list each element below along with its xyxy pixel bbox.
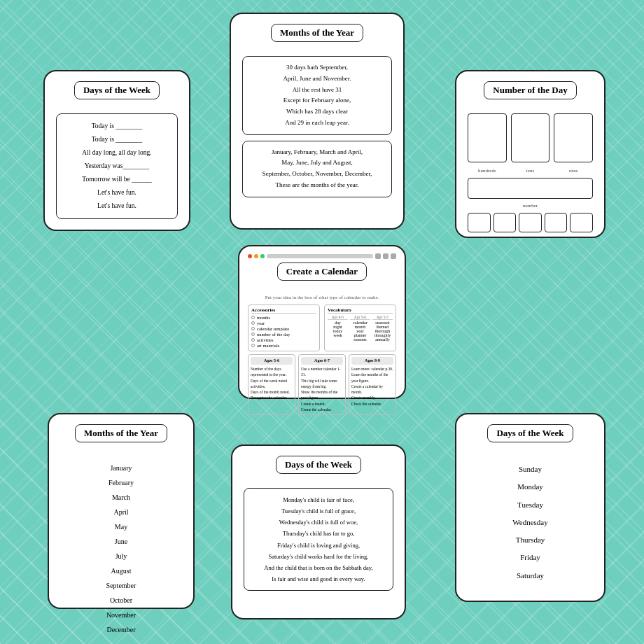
card-days-list: Days of the Week Sunday Monday Tuesday W… — [455, 413, 606, 602]
browser-icon3 — [391, 253, 396, 259]
step-header-2: Ages 6-7 — [301, 357, 343, 365]
voc-seasons: seasons — [350, 337, 370, 342]
card-days-poem: Days of the Week Monday's child is fair … — [231, 444, 406, 620]
ones-box — [554, 113, 593, 162]
calendar-steps: Ages 5-6 Number of the days represented … — [248, 354, 396, 415]
day-wednesday: Wednesday — [468, 514, 593, 531]
acc-1: months — [251, 315, 316, 320]
step-header-3: Ages 8-9 — [351, 357, 393, 365]
grid-box-3 — [519, 213, 542, 232]
day-thursday: Thursday — [468, 531, 593, 549]
day-sunday: Sunday — [468, 461, 593, 478]
poem-line-7: And the child that is born on the Sabbat… — [253, 562, 384, 573]
browser-icon2 — [383, 253, 388, 259]
card-days-week-top-title: Days of the Week — [74, 81, 160, 99]
vocabulary-header: Vocabulary — [328, 307, 393, 314]
calendar-columns: Accessories months year calendar templat… — [248, 304, 396, 351]
grid-box-4 — [545, 213, 568, 232]
vocabulary-col: Vocabulary Apr 4-5 day night today week … — [324, 304, 396, 351]
month-feb: February — [60, 475, 182, 490]
card-months-bottom: Months of the Year January February Marc… — [48, 413, 195, 609]
voc-annually: annually — [372, 337, 393, 342]
poem-line-8: Is fair and wise and good in every way. — [253, 573, 384, 584]
line-5: Tomorrow will be ______ — [65, 173, 169, 186]
voc-week: week — [328, 333, 348, 337]
hundreds-box — [468, 113, 507, 162]
card-months-top-poem2: January, February, March and April, May,… — [242, 141, 392, 197]
card-days-poem-title: Days of the Week — [276, 456, 361, 474]
acc-2: year — [251, 321, 316, 326]
month-sep: September — [60, 578, 182, 593]
accessories-header: Accessories — [251, 307, 316, 314]
month-jul: July — [60, 549, 182, 564]
day-friday: Friday — [468, 549, 593, 566]
step-ages-6-7: Ages 6-7 Use a number calendar 1-31. Thi… — [298, 354, 346, 415]
calendar-subtitle: Put your idea in the box of what type of… — [248, 295, 396, 300]
grid-box-5 — [570, 213, 593, 232]
month-jan: January — [60, 461, 182, 475]
grid-box-1 — [468, 213, 491, 232]
poem-line-6: Saturday's child works hard for the livi… — [253, 551, 384, 562]
card-months-top-title: Months of the Year — [271, 24, 363, 42]
card-months-top-poem1: 30 days hath September, April, June and … — [242, 56, 392, 135]
line-2: Today is ________ — [65, 133, 169, 146]
tens-label: tens — [511, 168, 550, 174]
days-list: Sunday Monday Tuesday Wednesday Thursday… — [468, 456, 593, 589]
card-days-poem-content: Monday's child is fair of face, Tuesday'… — [244, 488, 393, 591]
ones-label: ones — [554, 168, 593, 174]
poem-line-3: Wednesday's child is full of woe, — [253, 517, 384, 528]
number-wide-box — [468, 178, 593, 199]
month-aug: August — [60, 564, 182, 578]
card-number-day-title: Number of the Day — [484, 81, 576, 99]
day-saturday: Saturday — [468, 567, 593, 584]
card-months-top: Months of the Year 30 days hath Septembe… — [230, 13, 405, 230]
hundreds-label: hundreds — [468, 168, 507, 174]
poem-line-4: Thursday's child has far to go, — [253, 528, 384, 539]
day-monday: Monday — [468, 478, 593, 496]
accessories-col: Accessories months year calendar templat… — [248, 304, 320, 351]
number-label: number — [468, 203, 593, 209]
card-days-list-title: Days of the Week — [487, 424, 573, 442]
poem-line-2: Tuesday's child is full of grace, — [253, 505, 384, 517]
tens-box — [511, 113, 550, 162]
number-day-content: hundreds tens ones number — [468, 113, 593, 232]
browser-max-dot — [260, 254, 265, 258]
month-nov: November — [60, 608, 182, 622]
acc-4: number of the day — [251, 332, 316, 337]
month-oct: October — [60, 593, 182, 608]
browser-min-dot — [254, 254, 258, 258]
card-days-week-top-content: Today is ________ Today is ________ All … — [56, 113, 178, 219]
card-calendar-title: Create a Calendar — [277, 262, 367, 281]
card-months-bottom-title: Months of the Year — [75, 424, 167, 442]
step-ages-5-6: Ages 5-6 Number of the days represented … — [248, 354, 295, 415]
card-days-week-top: Days of the Week Today is ________ Today… — [43, 70, 190, 231]
line-1: Today is ________ — [65, 120, 169, 133]
card-create-calendar: Create a Calendar Put your idea in the b… — [238, 245, 406, 399]
line-3: All day long, all day long. — [65, 146, 169, 160]
month-apr: April — [60, 505, 182, 519]
line-7: Let's have fun. — [65, 200, 169, 213]
day-tuesday: Tuesday — [468, 496, 593, 514]
browser-close-dot — [248, 254, 252, 258]
poem-line-1: Monday's child is fair of face, — [253, 494, 384, 505]
month-dec: December — [60, 622, 182, 637]
poem-line-5: Friday's child is loving and giving, — [253, 540, 384, 551]
acc-6: art materials — [251, 343, 316, 348]
step-header-1: Ages 5-6 — [251, 357, 293, 365]
grid-box-2 — [493, 213, 517, 232]
step-ages-8-9: Ages 8-9 Learn more: calendar p.30. Lear… — [349, 354, 396, 415]
browser-icon1 — [375, 253, 381, 259]
acc-5: activities — [251, 337, 316, 342]
months-list: January February March April May June Ju… — [60, 456, 182, 641]
browser-chrome — [248, 253, 396, 259]
card-number-day: Number of the Day hundreds tens ones num… — [455, 70, 606, 238]
line-4: Yesterday was________ — [65, 160, 169, 173]
browser-address-bar — [267, 254, 373, 258]
month-may: May — [60, 519, 182, 534]
acc-3: calendar template — [251, 326, 316, 331]
line-6: Let's have fun. — [65, 186, 169, 200]
month-mar: March — [60, 490, 182, 505]
month-jun: June — [60, 534, 182, 549]
